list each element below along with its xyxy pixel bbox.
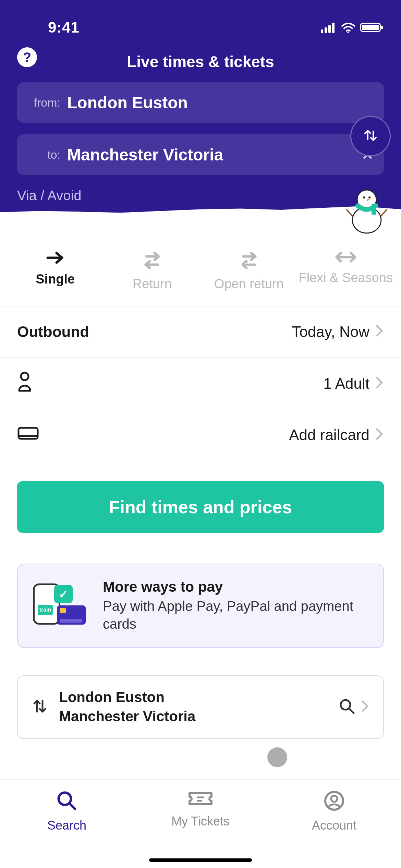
svg-point-26	[325, 792, 343, 810]
chevron-right-icon	[361, 700, 369, 714]
tab-search[interactable]: Search	[0, 790, 134, 833]
svg-point-17	[21, 373, 28, 380]
battery-icon	[360, 22, 384, 33]
station-fields: from: London Euston to: Manchester Victo…	[0, 82, 401, 175]
chevron-right-icon	[376, 375, 384, 392]
from-value: London Euston	[67, 93, 188, 112]
promo-card[interactable]: ✓ train More ways to pay Pay with Apple …	[17, 564, 384, 648]
svg-line-14	[381, 210, 387, 216]
open-return-icon	[237, 250, 261, 270]
passengers-row[interactable]: 1 Adult	[0, 358, 401, 409]
svg-point-27	[331, 796, 337, 802]
payment-methods-icon: ✓ train	[33, 583, 88, 628]
to-station-field[interactable]: to: Manchester Victoria ✕	[17, 134, 384, 175]
help-button[interactable]: ?	[17, 47, 37, 67]
touch-indicator	[267, 747, 287, 767]
find-times-button[interactable]: Find times and prices	[17, 481, 384, 533]
ticket-type-flexi[interactable]: Flexi & Seasons	[297, 250, 394, 286]
status-icons	[321, 22, 384, 33]
status-time: 9:41	[48, 19, 80, 36]
tab-bar: Search My Tickets Account	[0, 779, 401, 868]
svg-rect-7	[381, 26, 383, 29]
from-station-field[interactable]: from: London Euston	[17, 82, 384, 123]
status-bar: 9:41	[0, 10, 401, 41]
swap-stations-button[interactable]	[350, 116, 391, 156]
svg-line-13	[347, 210, 352, 216]
recent-to: Manchester Victoria	[59, 707, 328, 726]
arrow-right-icon	[45, 250, 65, 265]
snowman-icon	[346, 179, 387, 234]
search-icon	[339, 698, 355, 716]
svg-point-12	[368, 196, 370, 198]
svg-rect-10	[372, 204, 376, 215]
svg-rect-2	[328, 25, 331, 33]
arrows-swap-icon	[140, 250, 164, 270]
tab-search-label: Search	[47, 818, 86, 833]
svg-rect-1	[325, 27, 327, 33]
chevron-right-icon	[376, 426, 384, 444]
passengers-value: 1 Adult	[323, 375, 369, 392]
to-value: Manchester Victoria	[67, 145, 223, 164]
cellular-signal-icon	[321, 22, 337, 33]
ticket-type-open-return-label: Open return	[214, 276, 284, 292]
svg-line-21	[349, 709, 354, 713]
tab-account[interactable]: Account	[267, 790, 401, 833]
ticket-type-open-return[interactable]: Open return	[200, 250, 297, 292]
tab-my-tickets[interactable]: My Tickets	[134, 790, 267, 829]
railcard-row[interactable]: Add railcard	[0, 409, 401, 461]
outbound-row[interactable]: Outbound Today, Now	[0, 306, 401, 358]
title-row: ? Live times & tickets	[0, 41, 401, 82]
swap-small-icon	[32, 697, 48, 717]
recent-from: London Euston	[59, 688, 328, 707]
ticket-tab-icon	[187, 790, 214, 811]
via-avoid-link[interactable]: Via / Avoid	[0, 186, 401, 203]
header: 9:41 ? Live times & tickets from: London…	[0, 0, 401, 221]
wifi-icon	[341, 22, 356, 33]
double-arrow-icon	[332, 250, 359, 264]
ticket-type-flexi-label: Flexi & Seasons	[299, 270, 393, 286]
ticket-type-return-label: Return	[133, 276, 172, 292]
outbound-label: Outbound	[17, 323, 89, 340]
tab-account-label: Account	[312, 818, 356, 833]
svg-line-23	[70, 804, 75, 809]
svg-point-11	[363, 196, 365, 198]
svg-rect-18	[19, 428, 38, 439]
page-title: Live times & tickets	[127, 52, 274, 71]
promo-text: More ways to pay Pay with Apple Pay, Pay…	[103, 579, 368, 633]
account-tab-icon	[323, 790, 345, 815]
promo-subtitle: Pay with Apple Pay, PayPal and payment c…	[103, 597, 368, 633]
help-icon: ?	[23, 50, 31, 65]
swap-icon	[361, 126, 380, 146]
railcard-icon	[17, 426, 39, 444]
ticket-type-return[interactable]: Return	[104, 250, 201, 292]
from-label: from:	[29, 96, 60, 109]
ticket-type-single-label: Single	[36, 272, 75, 287]
promo-title: More ways to pay	[103, 579, 368, 595]
outbound-value: Today, Now	[292, 323, 369, 340]
svg-point-4	[348, 32, 349, 33]
search-tab-icon	[56, 790, 78, 815]
find-times-label: Find times and prices	[109, 497, 292, 517]
svg-rect-0	[321, 29, 323, 33]
to-label: to:	[29, 148, 60, 161]
person-icon	[17, 372, 32, 396]
recent-search-card[interactable]: London Euston Manchester Victoria	[17, 675, 384, 739]
home-indicator	[149, 858, 252, 862]
railcard-value: Add railcard	[289, 426, 369, 444]
svg-rect-6	[362, 25, 379, 30]
svg-rect-3	[332, 23, 335, 33]
ticket-type-single[interactable]: Single	[7, 250, 104, 287]
ticket-type-row: Single Return Open return Flexi & Season…	[0, 221, 401, 306]
tab-tickets-label: My Tickets	[171, 814, 230, 829]
chevron-right-icon	[376, 323, 384, 340]
